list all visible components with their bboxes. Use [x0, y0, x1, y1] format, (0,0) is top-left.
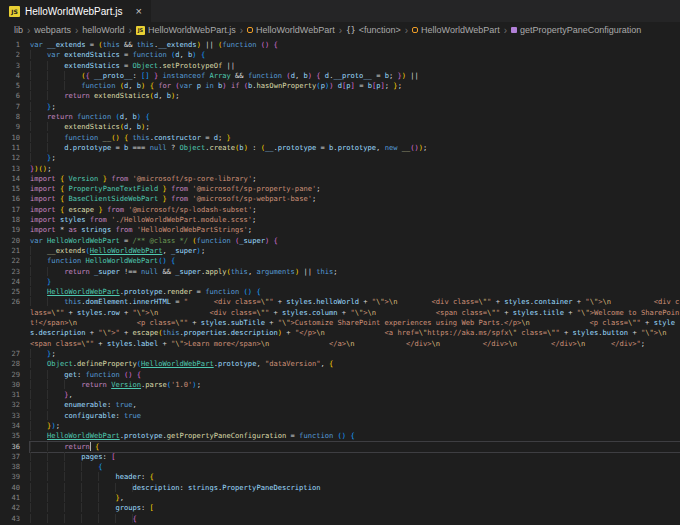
tab-helloworldwebpart-js[interactable]: JS HelloWorldWebPart.js ×	[0, 0, 151, 22]
code-line[interactable]: 9 extendStatics(d, b);	[0, 122, 680, 132]
line-number[interactable]: 25	[0, 287, 20, 297]
code-line[interactable]: 13})();	[0, 164, 680, 174]
code-line[interactable]: 39 header: {	[0, 472, 680, 482]
breadcrumb-item[interactable]: {}<function>	[346, 25, 401, 35]
line-number[interactable]: 27	[0, 349, 20, 359]
line-number[interactable]: 17	[0, 205, 20, 215]
line-number[interactable]: 40	[0, 483, 20, 493]
code-line[interactable]: 21 __extends(HelloWorldWebPart, _super);	[0, 246, 680, 256]
line-number[interactable]: 23	[0, 267, 20, 277]
code-line[interactable]: 6 return extendStatics(d, b);	[0, 91, 680, 101]
code-line[interactable]: 4 ({ __proto__: [] } instanceof Array &&…	[0, 71, 680, 81]
line-number[interactable]: 43	[0, 514, 20, 524]
code-line[interactable]: 14import { Version } from '@microsoft/sp…	[0, 174, 680, 184]
tab-bar: JS HelloWorldWebPart.js ×	[0, 0, 680, 22]
line-number[interactable]: 31	[0, 390, 20, 400]
code-line[interactable]: 26 this.domElement.innerHTML = " <div cl…	[0, 297, 680, 348]
code-line[interactable]: 8 return function (d, b) {	[0, 112, 680, 122]
line-number[interactable]: 10	[0, 133, 20, 143]
code-line[interactable]: 20var HelloWorldWebPart = /** @class */ …	[0, 236, 680, 246]
code-line[interactable]: 3 extendStatics = Object.setPrototypeOf …	[0, 61, 680, 71]
line-number[interactable]: 21	[0, 246, 20, 256]
breadcrumb-item[interactable]: getPropertyPaneConfiguration	[511, 25, 641, 35]
line-number[interactable]: 29	[0, 370, 20, 380]
line-number[interactable]: 33	[0, 411, 20, 421]
code-line[interactable]: 25 HelloWorldWebPart.prototype.render = …	[0, 287, 680, 297]
line-number[interactable]: 4	[0, 71, 20, 81]
code-line[interactable]: 11 d.prototype = b === null ? Object.cre…	[0, 143, 680, 153]
code-line[interactable]: 28 Object.defineProperty(HelloWorldWebPa…	[0, 359, 680, 369]
code-line[interactable]: 10 function __() { this.constructor = d;…	[0, 133, 680, 143]
breadcrumb-item[interactable]: webparts	[34, 25, 71, 35]
code-line[interactable]: 1var __extends = (this && this.__extends…	[0, 40, 680, 50]
code-text: __extends(HelloWorldWebPart, _super);	[30, 246, 680, 256]
line-number[interactable]: 12	[0, 153, 20, 163]
code-line[interactable]: 23 return _super !== null && _super.appl…	[0, 267, 680, 277]
code-line[interactable]: 35 HelloWorldWebPart.prototype.getProper…	[0, 431, 680, 441]
code-line[interactable]: 18import styles from './HelloWorldWebPar…	[0, 215, 680, 225]
line-number[interactable]: 37	[0, 452, 20, 462]
line-number[interactable]: 6	[0, 91, 20, 101]
code-line[interactable]: 5 function (d, b) { for (var p in b) if …	[0, 81, 680, 91]
code-line[interactable]: 19import * as strings from 'HelloWorldWe…	[0, 225, 680, 235]
line-number[interactable]: 38	[0, 462, 20, 472]
code-line[interactable]: 37 pages: [	[0, 452, 680, 462]
line-number[interactable]: 26	[0, 297, 20, 348]
line-number[interactable]: 18	[0, 215, 20, 225]
line-number[interactable]: 32	[0, 400, 20, 410]
code-text: };	[30, 102, 680, 112]
line-number[interactable]: 20	[0, 236, 20, 246]
code-line[interactable]: 24 }	[0, 277, 680, 287]
line-number[interactable]: 36	[0, 442, 20, 452]
line-number[interactable]: 22	[0, 256, 20, 266]
line-number[interactable]: 7	[0, 102, 20, 112]
line-number[interactable]: 1	[0, 40, 20, 50]
code-line[interactable]: 43 {	[0, 514, 680, 524]
code-line[interactable]: 40 description: strings.PropertyPaneDesc…	[0, 483, 680, 493]
line-number[interactable]: 13	[0, 164, 20, 174]
line-number[interactable]: 34	[0, 421, 20, 431]
line-number[interactable]: 30	[0, 380, 20, 390]
code-line[interactable]: 41 },	[0, 493, 680, 503]
line-number[interactable]: 41	[0, 493, 20, 503]
breadcrumb-item[interactable]: HelloWorldWebPart	[412, 25, 500, 35]
line-number[interactable]: 42	[0, 503, 20, 513]
code-line[interactable]: 30 return Version.parse('1.0');	[0, 380, 680, 390]
line-number[interactable]: 24	[0, 277, 20, 287]
code-line[interactable]: 32 enumerable: true,	[0, 400, 680, 410]
line-number[interactable]: 14	[0, 174, 20, 184]
breadcrumb-item[interactable]: lib	[14, 25, 23, 35]
code-line[interactable]: 42 groups: [	[0, 503, 680, 513]
code-line[interactable]: 27 };	[0, 349, 680, 359]
line-number[interactable]: 8	[0, 112, 20, 122]
breadcrumb-item[interactable]: JSHelloWorldWebPart.js	[136, 25, 236, 35]
code-line[interactable]: 31 },	[0, 390, 680, 400]
line-number[interactable]: 35	[0, 431, 20, 441]
line-number[interactable]: 15	[0, 184, 20, 194]
line-number[interactable]: 11	[0, 143, 20, 153]
code-line[interactable]: 12 };	[0, 153, 680, 163]
code-line[interactable]: 16import { BaseClientSideWebPart } from …	[0, 194, 680, 204]
line-number[interactable]: 39	[0, 472, 20, 482]
line-number[interactable]: 19	[0, 225, 20, 235]
code-line[interactable]: 15import { PropertyPaneTextField } from …	[0, 184, 680, 194]
line-number[interactable]: 28	[0, 359, 20, 369]
line-number[interactable]: 2	[0, 50, 20, 60]
code-line[interactable]: 2 var extendStatics = function (d, b) {	[0, 50, 680, 60]
code-line[interactable]: 33 configurable: true	[0, 411, 680, 421]
code-line[interactable]: 29 get: function () {	[0, 370, 680, 380]
line-number[interactable]: 5	[0, 81, 20, 91]
code-text: };	[30, 349, 680, 359]
code-line[interactable]: 22 function HelloWorldWebPart() {	[0, 256, 680, 266]
breadcrumb-item[interactable]: HelloWorldWebPart	[247, 25, 335, 35]
close-icon[interactable]: ×	[135, 6, 141, 17]
code-line[interactable]: 38 {	[0, 462, 680, 472]
code-line[interactable]: 34 });	[0, 421, 680, 431]
line-number[interactable]: 3	[0, 61, 20, 71]
breadcrumb-item[interactable]: helloWorld	[82, 25, 124, 35]
code-line[interactable]: 36 return {	[0, 442, 680, 452]
line-number[interactable]: 9	[0, 122, 20, 132]
code-line[interactable]: 17import { escape } from '@microsoft/sp-…	[0, 205, 680, 215]
line-number[interactable]: 16	[0, 194, 20, 204]
code-line[interactable]: 7 };	[0, 102, 680, 112]
